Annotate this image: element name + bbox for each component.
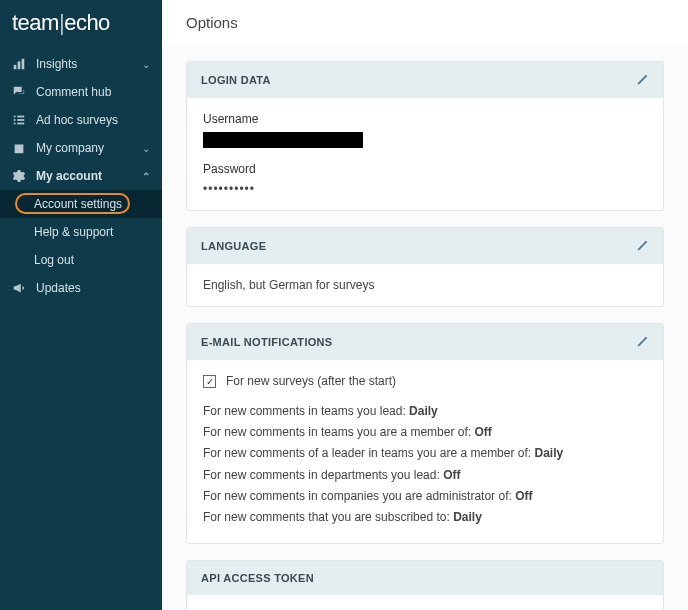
chevron-down-icon: ⌄ xyxy=(142,143,150,154)
content-area: LOGIN DATA Username Password •••••••••• … xyxy=(162,45,688,610)
notification-text: For new comments of a leader in teams yo… xyxy=(203,446,534,460)
card-body: You do not have an active API token. Cre… xyxy=(187,595,663,610)
card-header: API ACCESS TOKEN xyxy=(187,561,663,595)
megaphone-icon xyxy=(12,281,26,295)
notification-row: For new comments in companies you are ad… xyxy=(203,487,647,506)
card-body: English, but German for surveys xyxy=(187,264,663,306)
card-title: E-MAIL NOTIFICATIONS xyxy=(201,336,332,348)
edit-icon[interactable] xyxy=(635,239,649,253)
svg-rect-4 xyxy=(17,116,24,118)
notification-row: For new comments that you are subscribed… xyxy=(203,508,647,527)
chevron-up-icon: ⌃ xyxy=(142,171,150,182)
svg-rect-8 xyxy=(17,123,24,125)
language-value: English, but German for surveys xyxy=(203,278,374,292)
nav-label: Comment hub xyxy=(36,85,111,99)
username-label: Username xyxy=(203,112,647,126)
language-card: LANGUAGE English, but German for surveys xyxy=(186,227,664,307)
sidebar-item-adhoc-surveys[interactable]: Ad hoc surveys xyxy=(0,106,162,134)
sidebar-item-log-out[interactable]: Log out xyxy=(0,246,162,274)
notification-text: For new comments in departments you lead… xyxy=(203,468,443,482)
sidebar-item-account-settings[interactable]: Account settings xyxy=(0,190,162,218)
notification-row: For new comments of a leader in teams yo… xyxy=(203,444,647,463)
sidebar-item-comment-hub[interactable]: Comment hub xyxy=(0,78,162,106)
notification-text: For new comments in teams you are a memb… xyxy=(203,425,474,439)
nav-label: Updates xyxy=(36,281,81,295)
notification-row: For new comments in departments you lead… xyxy=(203,466,647,485)
card-header: LOGIN DATA xyxy=(187,62,663,98)
building-icon xyxy=(12,141,26,155)
sidebar-item-updates[interactable]: Updates xyxy=(0,274,162,302)
login-data-card: LOGIN DATA Username Password •••••••••• xyxy=(186,61,664,211)
notification-text: For new comments that you are subscribed… xyxy=(203,510,453,524)
page-title: Options xyxy=(162,0,688,45)
card-title: API ACCESS TOKEN xyxy=(201,572,314,584)
email-notifications-card: E-MAIL NOTIFICATIONS ✓ For new surveys (… xyxy=(186,323,664,544)
edit-icon[interactable] xyxy=(635,73,649,87)
api-token-card: API ACCESS TOKEN You do not have an acti… xyxy=(186,560,664,610)
svg-rect-2 xyxy=(22,59,25,70)
notification-value: Daily xyxy=(409,404,438,418)
survey-check-label: For new surveys (after the start) xyxy=(226,374,396,388)
notification-rows: For new comments in teams you lead: Dail… xyxy=(203,402,647,527)
chart-icon xyxy=(12,57,26,71)
notification-text: For new comments in teams you lead: xyxy=(203,404,409,418)
edit-icon[interactable] xyxy=(635,335,649,349)
card-title: LOGIN DATA xyxy=(201,74,271,86)
comments-icon xyxy=(12,85,26,99)
brand-logo: team|echo xyxy=(0,0,162,50)
svg-rect-3 xyxy=(14,116,16,118)
card-body: ✓ For new surveys (after the start) For … xyxy=(187,360,663,543)
card-body: Username Password •••••••••• xyxy=(187,98,663,210)
notification-row: For new comments in teams you are a memb… xyxy=(203,423,647,442)
nav-label: My company xyxy=(36,141,104,155)
notification-text: For new comments in companies you are ad… xyxy=(203,489,515,503)
notification-value: Daily xyxy=(453,510,482,524)
sidebar-item-my-account[interactable]: My account ⌃ xyxy=(0,162,162,190)
notification-row: For new comments in teams you lead: Dail… xyxy=(203,402,647,421)
nav-label: Help & support xyxy=(34,225,113,239)
survey-check-row: ✓ For new surveys (after the start) xyxy=(203,374,647,388)
notification-value: Off xyxy=(443,468,460,482)
username-value-redacted xyxy=(203,132,363,148)
sidebar-item-help-support[interactable]: Help & support xyxy=(0,218,162,246)
nav-label: My account xyxy=(36,169,102,183)
notification-value: Daily xyxy=(534,446,563,460)
notification-value: Off xyxy=(474,425,491,439)
chevron-down-icon: ⌄ xyxy=(142,59,150,70)
password-label: Password xyxy=(203,162,647,176)
checkbox-icon[interactable]: ✓ xyxy=(203,375,216,388)
list-icon xyxy=(12,113,26,127)
nav-label: Account settings xyxy=(34,197,122,211)
nav-label: Log out xyxy=(34,253,74,267)
sidebar-item-my-company[interactable]: My company ⌄ xyxy=(0,134,162,162)
sidebar-item-insights[interactable]: Insights ⌄ xyxy=(0,50,162,78)
nav-label: Ad hoc surveys xyxy=(36,113,118,127)
sidebar: team|echo Insights ⌄ Comment hub Ad hoc … xyxy=(0,0,162,610)
main-content: Options LOGIN DATA Username Password •••… xyxy=(162,0,688,610)
svg-rect-0 xyxy=(14,65,17,69)
nav-list: Insights ⌄ Comment hub Ad hoc surveys My… xyxy=(0,50,162,302)
nav-label: Insights xyxy=(36,57,77,71)
notification-value: Off xyxy=(515,489,532,503)
svg-rect-7 xyxy=(14,123,16,125)
gear-icon xyxy=(12,169,26,183)
password-value: •••••••••• xyxy=(203,182,647,196)
svg-rect-1 xyxy=(18,61,21,69)
svg-rect-5 xyxy=(14,119,16,121)
card-header: LANGUAGE xyxy=(187,228,663,264)
card-title: LANGUAGE xyxy=(201,240,266,252)
card-header: E-MAIL NOTIFICATIONS xyxy=(187,324,663,360)
svg-rect-6 xyxy=(17,119,24,121)
